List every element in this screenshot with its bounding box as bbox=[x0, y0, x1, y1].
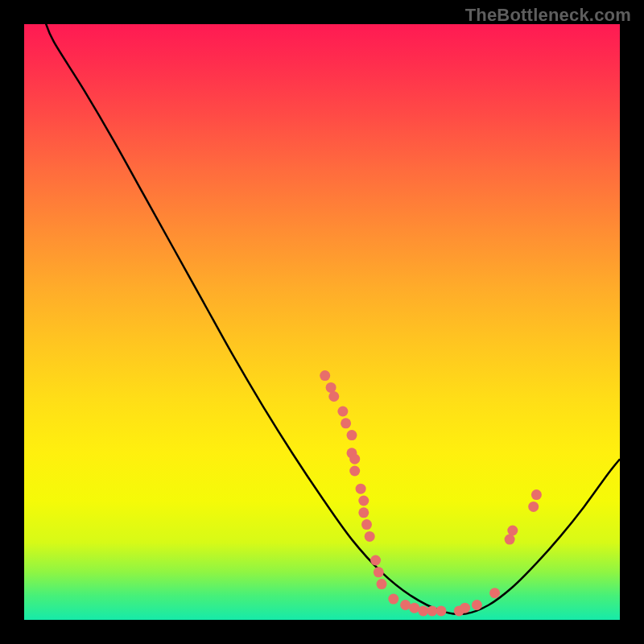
watermark-text: TheBottleneck.com bbox=[465, 5, 631, 26]
chart-background-gradient bbox=[24, 24, 620, 620]
chart-container: TheBottleneck.com bbox=[0, 0, 644, 644]
